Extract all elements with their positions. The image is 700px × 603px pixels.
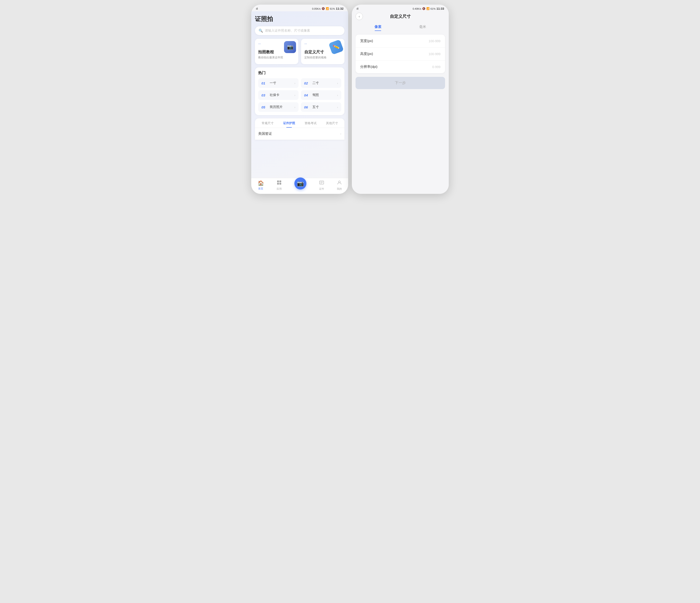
- height-placeholder: 100-999: [429, 52, 441, 56]
- hot-num-03: 03: [261, 93, 268, 97]
- right-status-group-r: 0.40K/s 🔇 📶 61% 11:33: [412, 7, 444, 10]
- nav-id-label: 证件: [319, 187, 324, 191]
- camera-shape: 📷: [284, 41, 296, 53]
- custom-screen: ‹ 自定义尺寸 像素 毫米 宽度(px) 100-999 高度(px) 100-…: [352, 11, 449, 194]
- home-screen: 证照拍 🔍 请输入证件照名称、尺寸或像素 " 拍照教程 教你拍出最美证件照 📷 …: [251, 11, 348, 178]
- right-wifi-icon: 📶: [426, 7, 430, 10]
- right-status-group: 0.05K/s 🔇 📶 61% 11:32: [312, 7, 344, 10]
- tabs-section: 常规尺寸 证件护照 资格考试 其他尺寸 美国签证 ›: [255, 118, 345, 140]
- hot-num-05: 05: [261, 105, 268, 109]
- search-bar[interactable]: 🔍 请输入证件照名称、尺寸或像素: [255, 26, 345, 35]
- unit-tabs: 像素 毫米: [352, 22, 449, 31]
- custom-title: 自定义尺寸: [390, 14, 411, 19]
- nav-home[interactable]: 🏠 首页: [258, 180, 264, 190]
- hot-num-04: 04: [304, 93, 310, 97]
- right-phone: ıll 0.40K/s 🔇 📶 61% 11:33 ‹ 自定义尺寸 像素 毫米: [352, 5, 449, 194]
- hot-name-05: 简历照片: [270, 105, 283, 109]
- svg-point-8: [339, 181, 340, 183]
- list-item-name: 美国签证: [258, 131, 272, 136]
- hot-name-04: 驾照: [312, 93, 319, 97]
- nav-profile-label: 我的: [337, 187, 342, 191]
- right-battery-text: 61%: [430, 7, 435, 10]
- next-button[interactable]: 下一步: [355, 77, 445, 89]
- svg-rect-3: [279, 183, 281, 185]
- banner-sub-2: 定制你想要的规格: [304, 56, 341, 59]
- search-icon: 🔍: [259, 29, 263, 33]
- hot-name-02: 二寸: [312, 81, 319, 85]
- svg-rect-2: [277, 183, 279, 185]
- back-button[interactable]: ‹: [355, 13, 363, 20]
- page-title: 证照拍: [255, 15, 345, 23]
- camera-center-btn[interactable]: 📷: [294, 177, 306, 190]
- chevron-right-05: ›: [294, 105, 295, 109]
- dpi-label: 分辨率(dpi): [360, 65, 377, 69]
- hot-title: 热门: [258, 71, 341, 75]
- tab-pixel[interactable]: 像素: [355, 22, 400, 31]
- height-row[interactable]: 高度(px) 100-999: [355, 48, 445, 61]
- right-time-text: 11:33: [436, 7, 444, 10]
- hot-name-01: 一寸: [270, 81, 276, 85]
- bottom-nav: 🏠 首页 应用 📷: [251, 178, 348, 194]
- tab-other[interactable]: 其他尺寸: [321, 118, 343, 128]
- search-placeholder: 请输入证件照名称、尺寸或像素: [265, 29, 310, 33]
- camera-btn-icon: 📷: [297, 180, 304, 187]
- hot-item-01[interactable]: 01 一寸 ›: [258, 78, 299, 88]
- banner-custom-size[interactable]: " 自定义尺寸 定制你想要的规格 ✏️: [301, 39, 345, 64]
- wifi-icon: 📶: [326, 7, 329, 10]
- nav-camera[interactable]: 📷: [294, 181, 306, 190]
- right-signal-icon: ıll: [356, 7, 358, 10]
- tab-regular[interactable]: 常规尺寸: [257, 118, 278, 128]
- hot-item-02[interactable]: 02 二寸 ›: [301, 78, 341, 88]
- banner-photo-tutorial[interactable]: " 拍照教程 教你拍出最美证件照 📷: [255, 39, 298, 64]
- nav-apps[interactable]: 应用: [277, 180, 282, 191]
- tab-qualification[interactable]: 资格考试: [300, 118, 321, 128]
- tabs-row: 常规尺寸 证件护照 资格考试 其他尺寸: [255, 118, 345, 128]
- chevron-right-03: ›: [294, 94, 295, 97]
- list-item-us-visa[interactable]: 美国签证 ›: [255, 128, 345, 140]
- dpi-row[interactable]: 分辨率(dpi) 0-999: [355, 61, 445, 73]
- camera-icon: 📷: [284, 41, 296, 53]
- svg-rect-0: [277, 180, 279, 182]
- left-status-bar: ıll 0.05K/s 🔇 📶 61% 11:32: [251, 5, 348, 11]
- width-row[interactable]: 宽度(px) 100-999: [355, 34, 445, 48]
- signal-icon: ıll: [256, 7, 258, 10]
- hot-num-01: 01: [261, 81, 268, 85]
- hot-section: 热门 01 一寸 › 02 二寸 ›: [255, 67, 345, 115]
- left-phone: ıll 0.05K/s 🔇 📶 61% 11:32 证照拍 🔍 请输入证件照名称…: [251, 5, 348, 194]
- right-status-bar: ıll 0.40K/s 🔇 📶 61% 11:33: [352, 5, 449, 11]
- hot-item-03[interactable]: 03 社保卡 ›: [258, 90, 299, 100]
- dpi-placeholder: 0-999: [432, 65, 441, 69]
- tab-id-passport[interactable]: 证件护照: [278, 118, 300, 128]
- speed-text: 0.05K/s: [312, 7, 321, 10]
- width-label: 宽度(px): [360, 39, 373, 43]
- hot-item-04[interactable]: 04 驾照 ›: [301, 90, 341, 100]
- nav-id[interactable]: 证件: [319, 180, 324, 191]
- banner-sub-1: 教你拍出最美证件照: [258, 56, 295, 59]
- svg-rect-1: [279, 180, 281, 182]
- height-label: 高度(px): [360, 52, 373, 56]
- chevron-right-01: ›: [294, 81, 295, 85]
- right-speed-text: 0.40K/s: [412, 7, 421, 10]
- custom-header: ‹ 自定义尺寸: [352, 11, 449, 22]
- mute-icon: 🔇: [322, 7, 325, 10]
- hot-num-02: 02: [304, 81, 310, 85]
- nav-home-label: 首页: [258, 187, 263, 190]
- pen-shape: ✏️: [328, 40, 344, 55]
- hot-name-06: 五寸: [312, 105, 319, 109]
- chevron-right-02: ›: [337, 81, 338, 85]
- hot-item-05[interactable]: 05 简历照片 ›: [258, 102, 299, 112]
- chevron-right-visa: ›: [340, 132, 341, 136]
- tab-mm[interactable]: 毫米: [400, 22, 445, 31]
- hot-num-06: 06: [304, 105, 310, 109]
- hot-item-06[interactable]: 06 五寸 ›: [301, 102, 341, 112]
- profile-icon: [337, 180, 342, 187]
- next-button-label: 下一步: [395, 81, 406, 85]
- chevron-right-04: ›: [337, 94, 338, 97]
- nav-profile[interactable]: 我的: [337, 180, 342, 191]
- battery-text: 61%: [330, 7, 335, 10]
- hot-grid: 01 一寸 › 02 二寸 › 03 社保卡: [258, 78, 341, 112]
- home-icon: 🏠: [258, 180, 264, 186]
- pen-icon: ✏️: [330, 41, 342, 53]
- input-card: 宽度(px) 100-999 高度(px) 100-999 分辨率(dpi) 0…: [355, 34, 445, 73]
- back-icon: ‹: [359, 15, 360, 18]
